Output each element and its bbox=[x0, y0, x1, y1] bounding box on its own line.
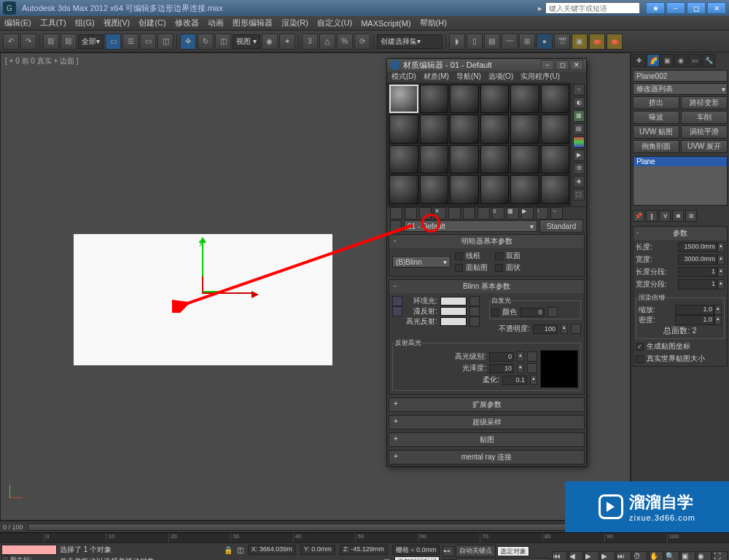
sample-slot[interactable] bbox=[389, 114, 418, 144]
me-menu-options[interactable]: 选项(O) bbox=[488, 71, 513, 82]
x-coord[interactable]: X: 3664.039m bbox=[248, 545, 296, 555]
sample-slot[interactable] bbox=[389, 175, 418, 204]
maximize-button[interactable]: ◻ bbox=[687, 2, 706, 14]
remove-mod-icon[interactable]: ✖ bbox=[672, 210, 684, 222]
object-name-field[interactable]: Plane002 bbox=[633, 70, 728, 82]
matid-icon[interactable]: 0 bbox=[492, 207, 504, 219]
reset-map-icon[interactable]: ✕ bbox=[434, 207, 446, 219]
assign-to-sel-icon[interactable] bbox=[419, 207, 432, 219]
goto-start-icon[interactable]: ⏮ bbox=[553, 551, 567, 561]
length-spin-btns[interactable]: ▴ bbox=[717, 242, 725, 252]
background-icon[interactable]: ▦ bbox=[573, 110, 585, 122]
modifier-list-dropdown[interactable]: 修改器列表▾ bbox=[633, 83, 728, 95]
ambient-map-button[interactable] bbox=[469, 296, 480, 306]
speclevel-spinner[interactable]: 0 bbox=[489, 352, 514, 362]
mod-btn-uvwmap[interactable]: UVW 贴图 bbox=[633, 125, 679, 139]
manip-icon[interactable]: ✦ bbox=[279, 34, 295, 50]
selection-filter[interactable]: 全部 ▾ bbox=[78, 34, 104, 49]
specular-map-button[interactable] bbox=[469, 316, 480, 327]
lseg-spinner[interactable]: 1 bbox=[678, 267, 717, 277]
close-button[interactable]: ✕ bbox=[707, 2, 726, 14]
mod-btn-lathe[interactable]: 车削 bbox=[681, 111, 728, 124]
curve-editor-icon[interactable]: 〰 bbox=[502, 34, 518, 50]
sample-slot[interactable] bbox=[420, 145, 449, 174]
sample-slot[interactable] bbox=[480, 145, 510, 174]
material-name-field[interactable]: 01 - Default▾ bbox=[404, 220, 537, 232]
sample-slot[interactable] bbox=[450, 145, 479, 174]
orbit-icon[interactable]: ◉ bbox=[697, 551, 712, 561]
snap-icon[interactable]: 3 bbox=[302, 34, 318, 50]
material-editor-icon[interactable]: ● bbox=[537, 34, 553, 50]
length-spinner[interactable]: 1500.0mm bbox=[678, 242, 717, 252]
backlight-icon[interactable]: ◐ bbox=[573, 97, 585, 109]
menu-rendering[interactable]: 渲染(R) bbox=[281, 18, 308, 28]
ext-rollout-header[interactable]: 扩展参数 bbox=[389, 398, 584, 411]
maximize-vp-icon[interactable]: ⛶ bbox=[713, 551, 728, 561]
pin-stack-icon[interactable]: 📌 bbox=[633, 210, 644, 222]
mirror-icon[interactable]: ◗ bbox=[449, 34, 465, 50]
infocenter-search-input[interactable] bbox=[545, 2, 640, 14]
mod-btn-extrude[interactable]: 挤出 bbox=[633, 96, 679, 109]
rollout-params-header[interactable]: 参数 bbox=[634, 227, 727, 240]
named-selset[interactable]: 创建选择集 ▾ bbox=[377, 34, 443, 49]
refcoord-dropdown[interactable]: 视图 ▾ bbox=[233, 34, 260, 49]
wire-checkbox[interactable] bbox=[455, 252, 463, 260]
zoom-icon[interactable]: 🔍 bbox=[665, 551, 679, 561]
autokey-button[interactable]: 自动关键点 bbox=[456, 545, 496, 557]
infocenter-arrow-icon[interactable]: ▸ bbox=[538, 4, 542, 13]
menu-modifiers[interactable]: 修改器 bbox=[175, 18, 199, 28]
opacity-spinner[interactable]: 100 bbox=[533, 324, 558, 334]
faceted-checkbox[interactable] bbox=[495, 264, 503, 272]
material-type-button[interactable]: Standard bbox=[539, 219, 583, 233]
go-parent-icon[interactable]: ↑ bbox=[536, 207, 548, 219]
make-unique-icon[interactable]: ∀ bbox=[659, 210, 671, 222]
create-tab-icon[interactable]: ✚ bbox=[633, 54, 646, 67]
pivot-icon[interactable]: ◉ bbox=[262, 34, 278, 50]
ad-lock-icon[interactable] bbox=[392, 296, 402, 306]
mr-rollout-header[interactable]: mental ray 连接 bbox=[389, 451, 584, 464]
pan-icon[interactable]: ✋ bbox=[649, 551, 663, 561]
pick-material-icon[interactable] bbox=[390, 220, 402, 232]
coord-mode-icon[interactable]: ◫ bbox=[237, 546, 243, 554]
time-ruler[interactable]: 0102030405060708090100 bbox=[0, 532, 729, 542]
sample-slot[interactable] bbox=[541, 85, 570, 114]
modify-tab-icon[interactable]: 🌈 bbox=[647, 54, 660, 67]
mod-btn-pathdeform[interactable]: 路径变形 bbox=[681, 96, 728, 109]
selfillum-spinner[interactable]: 0 bbox=[520, 308, 545, 317]
maps-rollout-header[interactable]: 贴图 bbox=[389, 433, 584, 446]
next-frame-icon[interactable]: ▶ bbox=[601, 551, 615, 561]
mod-btn-bevelprofile[interactable]: 倒角剖面 bbox=[633, 140, 679, 153]
percent-snap-icon[interactable]: % bbox=[337, 34, 353, 50]
sample-slot[interactable] bbox=[480, 85, 510, 114]
sample-slot[interactable] bbox=[420, 175, 449, 204]
scale-spinner[interactable]: 1.0 bbox=[675, 305, 714, 315]
put-to-lib-icon[interactable] bbox=[477, 207, 490, 219]
density-spinner[interactable]: 1.0 bbox=[675, 315, 714, 325]
menu-views[interactable]: 视图(V) bbox=[104, 18, 130, 28]
mat-map-nav-icon[interactable]: ⬚ bbox=[573, 189, 585, 201]
2sided-checkbox[interactable] bbox=[495, 252, 503, 260]
spinner-snap-icon[interactable]: ⟳ bbox=[354, 34, 370, 50]
menu-grapheditors[interactable]: 图形编辑器 bbox=[233, 18, 273, 28]
sample-slot[interactable] bbox=[510, 114, 539, 144]
menu-customize[interactable]: 自定义(U) bbox=[317, 18, 352, 28]
y-coord[interactable]: Y: 0.0mm bbox=[300, 545, 335, 555]
select-name-icon[interactable]: ☰ bbox=[122, 34, 139, 50]
get-material-icon[interactable] bbox=[390, 207, 402, 219]
menu-tools[interactable]: 工具(T) bbox=[40, 18, 66, 28]
render-frame-icon[interactable]: ▣ bbox=[572, 34, 588, 50]
gloss-spinner[interactable]: 10 bbox=[489, 364, 514, 373]
sample-uv-icon[interactable]: ▤ bbox=[573, 123, 585, 135]
me-minimize-button[interactable]: − bbox=[541, 60, 554, 70]
render-setup-icon[interactable]: 🎬 bbox=[554, 34, 570, 50]
diffuse-map-button[interactable] bbox=[469, 306, 480, 316]
show-map-icon[interactable]: ▦ bbox=[507, 207, 519, 219]
menu-animation[interactable]: 动画 bbox=[208, 18, 224, 28]
sample-type-icon[interactable]: ○ bbox=[573, 84, 585, 96]
motion-tab-icon[interactable]: ◉ bbox=[674, 54, 687, 67]
soften-spinner[interactable]: 0.1 bbox=[502, 376, 527, 385]
undo-icon[interactable]: ↶ bbox=[3, 34, 19, 50]
width-spinner[interactable]: 3000.0mm bbox=[678, 254, 717, 265]
display-tab-icon[interactable]: ▭ bbox=[688, 54, 701, 67]
show-end-result-icon[interactable]: ▶ bbox=[521, 207, 534, 219]
